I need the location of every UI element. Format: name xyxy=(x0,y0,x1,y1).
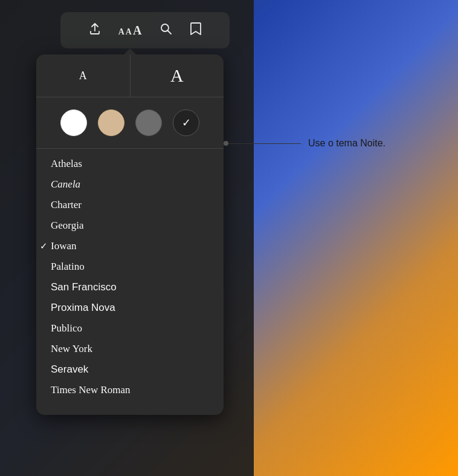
font-item-athelas[interactable]: Athelas xyxy=(36,154,224,174)
font-name-charter: Charter xyxy=(51,199,82,211)
annotation-container: Use o tema Noite. xyxy=(224,138,385,149)
annotation-label: Use o tema Noite. xyxy=(308,138,385,149)
font-iowan-check: ✓ xyxy=(40,241,48,252)
font-item-seravek[interactable]: Seravek xyxy=(36,359,224,380)
font-item-palatino[interactable]: Palatino xyxy=(36,256,224,277)
font-item-georgia[interactable]: Georgia xyxy=(36,215,224,236)
font-name-publico: Publico xyxy=(51,322,82,334)
font-name-iowan: Iowan xyxy=(51,240,76,252)
bookmark-icon[interactable] xyxy=(190,22,202,39)
font-list: Athelas Canela Charter Georgia ✓ Iowan P… xyxy=(36,149,224,405)
share-icon[interactable] xyxy=(88,22,102,39)
font-name-seravek: Seravek xyxy=(51,364,88,376)
annotation-line xyxy=(228,143,301,144)
font-size-large[interactable]: A xyxy=(131,54,224,97)
font-item-publico[interactable]: Publico xyxy=(36,318,224,339)
font-name-newyork: New York xyxy=(51,343,92,355)
font-name-timesnewroman: Times New Roman xyxy=(51,384,131,396)
font-name-athelas: Athelas xyxy=(51,158,82,170)
font-settings-panel: A A ✓ Athelas Canela Charter Georgia ✓ I… xyxy=(36,54,224,415)
toolbar: AAA xyxy=(60,12,230,48)
font-name-palatino: Palatino xyxy=(51,261,85,273)
font-item-canela[interactable]: Canela xyxy=(36,174,224,195)
svg-line-1 xyxy=(168,30,172,34)
theme-white[interactable] xyxy=(60,109,87,136)
font-size-small[interactable]: A xyxy=(36,54,131,97)
font-item-timesnewroman[interactable]: Times New Roman xyxy=(36,380,224,400)
theme-row: ✓ xyxy=(36,97,224,149)
theme-sepia[interactable] xyxy=(98,109,124,136)
search-icon[interactable] xyxy=(160,22,173,39)
font-size-large-label: A xyxy=(170,65,184,86)
font-name-georgia: Georgia xyxy=(51,220,83,232)
font-item-proximanova[interactable]: Proxima Nova xyxy=(36,298,224,318)
font-name-canela: Canela xyxy=(51,178,80,191)
font-item-charter[interactable]: Charter xyxy=(36,195,224,215)
theme-night[interactable]: ✓ xyxy=(173,109,199,136)
font-name-sanfrancisco: San Francisco xyxy=(51,281,117,293)
annotation-dot xyxy=(224,141,228,146)
font-name-proximanova: Proxima Nova xyxy=(51,302,115,314)
font-size-row: A A xyxy=(36,54,224,97)
font-size-icon[interactable]: AAA xyxy=(118,24,143,37)
font-size-small-label: A xyxy=(79,70,87,82)
theme-night-check: ✓ xyxy=(182,116,191,129)
font-item-iowan[interactable]: ✓ Iowan xyxy=(36,236,224,256)
theme-gray[interactable] xyxy=(135,109,162,136)
font-item-newyork[interactable]: New York xyxy=(36,339,224,359)
font-item-sanfrancisco[interactable]: San Francisco xyxy=(36,277,224,298)
